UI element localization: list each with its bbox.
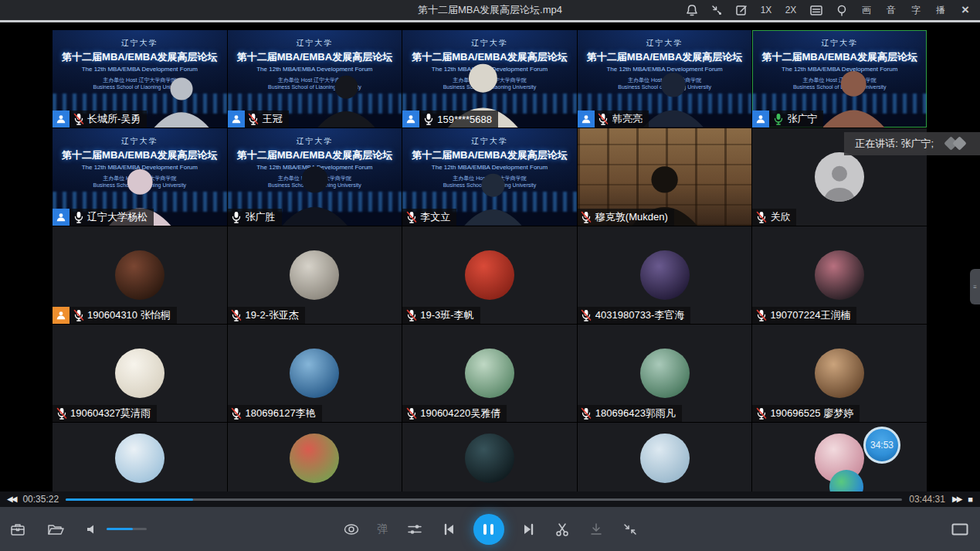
participant-tile: 辽宁大学第十二届MBA/EMBA发展高层论坛The 12th MBA/EMBA … [402,30,577,128]
mic-muted-icon [755,309,767,321]
fast-forward-button[interactable]: ▶▶ [952,495,961,503]
participant-grid: 辽宁大学第十二届MBA/EMBA发展高层论坛The 12th MBA/EMBA … [53,30,927,491]
next-button[interactable] [521,522,537,537]
snapshot-icon[interactable] [734,2,748,18]
participant-label: 180696127李艳 [228,405,322,422]
open-folder-icon[interactable] [46,522,65,537]
participant-label-bg: 19-3班-李帆 [402,307,480,324]
participant-label: 李文立 [402,209,456,226]
participant-label-bg: 辽宁大学杨松 [70,209,154,226]
magnifier-icon[interactable] [835,2,849,18]
participant-label: 19-3班-李帆 [402,307,480,324]
participant-avatar [465,434,514,483]
download-button[interactable] [588,522,605,537]
participant-tile: 辽宁大学第十二届MBA/EMBA发展高层论坛The 12th MBA/EMBA … [228,128,402,226]
cast-menu[interactable]: 播 [934,2,948,18]
mic-muted-icon [73,113,84,125]
tune-button[interactable] [405,522,424,537]
participant-tile: 辽宁大学第十二届MBA/EMBA发展高层论坛The 12th MBA/EMBA … [53,30,227,128]
slide-line: 辽宁大学 [402,38,577,49]
cut-button[interactable] [554,522,571,537]
participant-name: 19-2-张亚杰 [246,308,299,322]
participant-tile: 180696127李艳 [228,325,402,422]
watch-eye-button[interactable] [342,522,361,537]
participant-label: 关欣 [752,209,796,226]
picture-menu[interactable]: 画 [860,2,873,18]
participant-label-bg: 159****5688 [419,111,498,128]
participant-name: 韩亮亮 [612,112,643,126]
participant-avatar [115,434,164,483]
participant-tile: 19-3班-李帆 [402,226,577,324]
participant-label: 辽宁大学杨松 [53,209,154,226]
rewind-button[interactable]: ◀◀ [7,495,15,503]
prev-button[interactable] [441,522,456,537]
slide-line: 辽宁大学 [53,136,227,147]
participant-avatar [465,349,514,398]
person-badge-icon [53,209,70,226]
slide-line: 第十二届MBA/EMBA发展高层论坛 [402,148,577,162]
pause-button[interactable] [473,514,504,545]
bell-icon[interactable] [685,2,699,18]
participant-tile: 辽宁大学第十二届MBA/EMBA发展高层论坛The 12th MBA/EMBA … [402,128,577,226]
participant-tile: 辽宁大学第十二届MBA/EMBA发展高层论坛The 12th MBA/EMBA … [53,128,227,226]
mic-muted-icon [581,309,592,321]
mic-muted-icon [755,407,767,420]
participant-label: 张广宁 [752,111,823,128]
participant-name: 180696127李艳 [246,406,316,420]
participant-label-bg: 190604310 张怡桐 [70,307,177,324]
volume-control [85,522,147,536]
participant-avatar [290,250,339,300]
participant-tile: 辽宁大学第十二届MBA/EMBA发展高层论坛The 12th MBA/EMBA … [228,30,402,128]
participant-label-bg: 关欣 [752,209,796,226]
mic-muted-icon [755,211,767,223]
fullscreen-monitor-icon[interactable] [951,522,969,537]
slide-line: 第十二届MBA/EMBA发展高层论坛 [228,50,402,64]
participant-label-bg: 4031980733-李官海 [578,307,691,324]
slide-line: 辽宁大学 [752,38,927,49]
participant-name: 穆克敦(Mukden) [595,210,668,224]
speed-1x-button[interactable]: 1X [759,2,773,18]
participant-label: 张广胜 [228,209,282,226]
volume-slider[interactable] [107,528,147,530]
slide-line: 辽宁大学 [228,38,402,49]
titlebar-icons: 1X2X画音字播× [685,2,980,18]
danmaku-button[interactable]: 弹 [378,522,388,536]
sidebar-handle[interactable]: ≡ [970,269,980,304]
participant-tile: 辽宁大学第十二届MBA/EMBA发展高层论坛The 12th MBA/EMBA … [752,30,927,128]
speaking-toast-text: 正在讲话: 张广宁; [855,137,934,151]
close-icon[interactable]: × [958,2,972,18]
stop-button[interactable]: ■ [968,495,973,504]
person-badge-icon [578,111,595,128]
participant-avatar [115,349,164,398]
mic-on-icon [231,211,242,223]
audio-menu[interactable]: 音 [884,2,898,18]
participant-avatar [290,434,339,483]
mic-muted-icon [248,113,259,125]
subtitle-menu[interactable]: 字 [909,2,923,18]
control-bar-right [951,507,969,551]
participant-label-bg: 张广宁 [769,111,823,128]
seek-progress [66,498,193,501]
mic-muted-icon [581,211,592,223]
participant-label-bg: 王冠 [245,111,289,128]
playlist-icon[interactable] [809,2,824,18]
shrink-player-button[interactable] [622,522,639,537]
participant-name: 190604310 张怡桐 [87,308,171,322]
video-area[interactable]: 辽宁大学第十二届MBA/EMBA发展高层论坛The 12th MBA/EMBA … [0,22,980,491]
speed-2x-button[interactable]: 2X [784,2,798,18]
seek-track[interactable] [66,498,902,501]
slide-line: 第十二届MBA/EMBA发展高层论坛 [53,148,227,162]
mic-muted-icon [56,407,67,420]
speaker-icon[interactable] [85,522,100,536]
participant-label: 4031980733-李官海 [578,307,691,324]
person-badge-icon [53,111,70,128]
participant-tile: 辽宁大学第十二届MBA/EMBA发展高层论坛The 12th MBA/EMBA … [578,30,752,128]
participant-name: 张广胜 [246,210,276,224]
shrink-window-icon[interactable] [710,2,724,18]
participant-name: 长城所-吴勇 [87,112,141,126]
person-badge-icon [752,111,769,128]
media-library-icon[interactable] [9,522,26,537]
participant-name: 19-3班-李帆 [420,308,473,322]
mic-muted-icon [231,407,242,420]
participant-label: 190604327莫清雨 [53,405,157,422]
